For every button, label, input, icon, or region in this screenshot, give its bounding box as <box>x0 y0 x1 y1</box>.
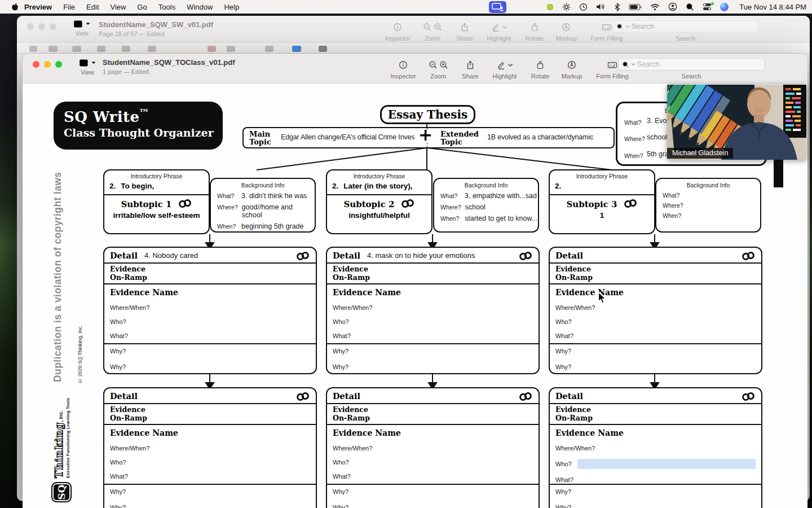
markup-tool-icon[interactable] <box>48 46 58 52</box>
evidence-name-label: Evidence Name <box>555 428 756 437</box>
zoom-button[interactable] <box>50 23 56 30</box>
intro-phrase-value[interactable]: Later (in the story), <box>343 182 412 190</box>
markup-tool-icon[interactable] <box>208 46 216 52</box>
markup-tool-icon[interactable] <box>319 46 327 52</box>
rotate-button[interactable]: Rotate <box>519 20 550 42</box>
menu-item-file[interactable]: File <box>58 3 81 11</box>
intro-phrase-label: Introductory Phrase <box>327 173 431 179</box>
markup-icon <box>562 23 571 32</box>
control-center-icon[interactable] <box>703 3 712 11</box>
menu-clock[interactable]: Tue Nov 14 8:44 PM <box>737 3 806 11</box>
markup-tool-icon[interactable] <box>148 46 156 52</box>
intro-phrase-value[interactable]: To begin, <box>121 182 154 190</box>
markup-tool-icon[interactable] <box>227 46 235 52</box>
menu-item-tools[interactable]: Tools <box>153 3 181 11</box>
markup-button[interactable]: Markup <box>555 58 588 80</box>
rotate-button[interactable]: Rotate <box>525 58 555 80</box>
share-button[interactable]: Share <box>456 58 484 80</box>
zoom-buttons[interactable]: Zoom <box>420 58 456 80</box>
subtopic-3-box: Introductory Phrase 2. Subtopic 3 1 <box>549 169 655 234</box>
what-label: What? <box>555 332 573 339</box>
trademark: TM <box>140 107 148 113</box>
bluetooth-icon[interactable] <box>614 3 620 11</box>
what-label: What? <box>555 476 573 483</box>
siri-icon[interactable] <box>720 3 729 11</box>
inspector-button[interactable]: Inspector <box>386 58 420 80</box>
sidebar-icon <box>79 59 89 67</box>
close-button[interactable] <box>33 61 39 68</box>
close-button[interactable] <box>27 23 34 30</box>
what-value[interactable]: 3. didn't think he was <box>241 192 307 200</box>
search-label: Search <box>676 35 696 42</box>
rotate-icon <box>530 23 539 32</box>
markup-tool-icon-active[interactable] <box>292 46 301 52</box>
zoom-in-icon <box>434 23 443 32</box>
extended-topic-value[interactable]: 1B evolved as a character/dynamic <box>487 133 593 141</box>
subtopic-1-box: Introductory Phrase 2.To begin, Subtopic… <box>103 169 210 234</box>
detail-note[interactable]: 4. mask on to hide your emotions <box>367 251 475 260</box>
front-window-titlebar[interactable]: View StudentName_SQW_TOClass_v01.pdf 1 p… <box>23 54 807 84</box>
tool-label: Markup <box>556 35 577 42</box>
zoom-buttons[interactable]: Zoom <box>414 20 451 42</box>
what-value[interactable]: 3. empathize with...sad <box>465 192 537 200</box>
spotlight-icon[interactable] <box>686 3 694 11</box>
menu-item-help[interactable]: Help <box>218 3 245 11</box>
battery-icon[interactable] <box>629 3 642 11</box>
detail-box-4: Detail EvidenceOn-Ramp Evidence Name Whe… <box>103 387 317 508</box>
markup-tool-icon[interactable] <box>97 46 105 52</box>
menu-item-preview[interactable]: Preview <box>19 3 58 11</box>
search-label: Search <box>682 73 701 80</box>
detail-note[interactable]: 4. Nobody cared <box>144 251 198 260</box>
subtopic-value[interactable]: 1 <box>550 211 654 220</box>
time-machine-icon[interactable] <box>579 3 588 11</box>
sq-thinking-logo: SQ Thinking, Inc. Executive Functioning … <box>48 388 74 502</box>
user-status-icon[interactable] <box>668 2 677 11</box>
search-icon <box>616 23 624 30</box>
subtopic-value[interactable]: insightful/helpful <box>327 211 431 220</box>
highlight-button[interactable]: Highlight <box>484 58 525 80</box>
back-window-titlebar[interactable]: View StudentName_SQW_SW_v01.pdf Page 28 … <box>17 16 810 43</box>
menu-item-view[interactable]: View <box>105 3 132 11</box>
what-label: What? <box>110 473 128 480</box>
markup-tool-icon[interactable] <box>265 46 273 52</box>
markup-tool-icon[interactable] <box>29 46 37 52</box>
markup-tool-icon[interactable] <box>122 46 130 52</box>
minimize-button[interactable] <box>38 23 45 30</box>
search-field[interactable] <box>618 58 765 71</box>
copyright-warning: Duplication is a violation of copyright … <box>52 172 64 382</box>
evidence-onramp-label: On-Ramp <box>555 274 756 282</box>
when-label: When? <box>624 152 643 159</box>
when-value[interactable]: beginning 5th grade <box>241 222 304 230</box>
search-input[interactable] <box>637 60 750 68</box>
status-app-icon[interactable] <box>546 3 554 11</box>
screen-sharing-icon[interactable] <box>489 1 506 13</box>
menu-item-go[interactable]: Go <box>131 3 152 11</box>
menu-item-window[interactable]: Window <box>181 3 218 11</box>
highlight-button[interactable]: Highlight <box>479 20 519 42</box>
tool-label: Share <box>462 73 478 80</box>
share-button[interactable]: Share <box>451 20 479 42</box>
subtopic-value[interactable]: irritable/low self-esteem <box>104 211 209 220</box>
wifi-icon[interactable] <box>650 3 660 11</box>
view-sidebar-button[interactable]: View <box>69 20 95 37</box>
what-label: What? <box>440 192 461 199</box>
search-field[interactable] <box>612 20 759 33</box>
where-value[interactable]: school <box>465 203 486 211</box>
gear-icon[interactable] <box>562 3 571 11</box>
when-value[interactable]: started to get to know... <box>465 214 537 222</box>
zoom-button[interactable] <box>55 61 62 68</box>
subtopic-2-box: Introductory Phrase 2.Later (in the stor… <box>326 169 433 234</box>
markup-tool-icon[interactable] <box>72 46 81 52</box>
minimize-button[interactable] <box>44 61 51 68</box>
inspector-button[interactable]: Inspector <box>381 20 414 42</box>
markup-button[interactable]: Markup <box>550 20 582 42</box>
selected-form-field[interactable] <box>577 459 756 469</box>
menu-item-edit[interactable]: Edit <box>81 3 104 11</box>
inspector-icon <box>393 23 402 32</box>
volume-icon[interactable] <box>596 3 606 11</box>
view-sidebar-button[interactable]: View <box>74 59 100 76</box>
where-value[interactable]: good//home and school <box>242 203 315 219</box>
main-topic-value[interactable]: Edgar Allen change/EA's official Crime I… <box>281 133 414 141</box>
apple-menu[interactable] <box>11 3 19 11</box>
search-input[interactable] <box>632 23 744 30</box>
